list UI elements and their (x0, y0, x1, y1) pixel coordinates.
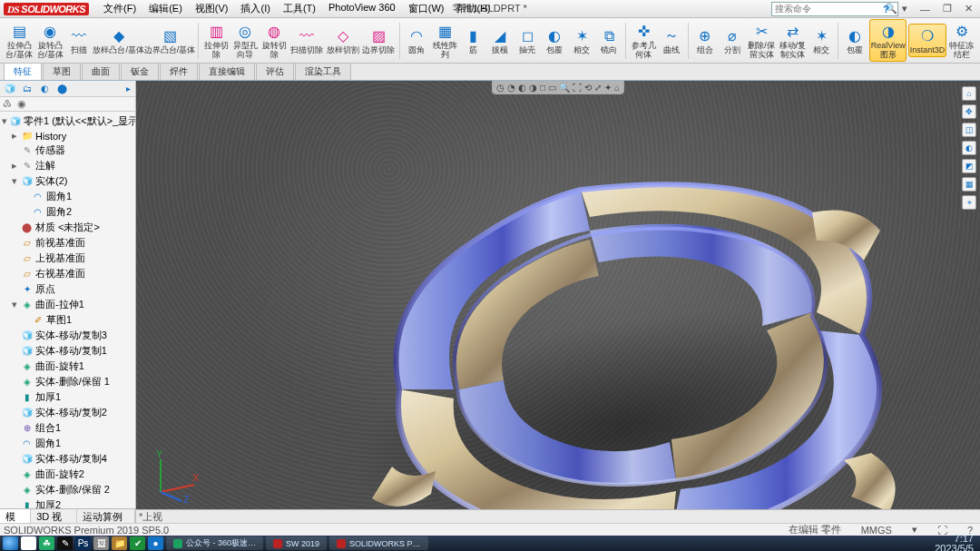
taskbar-pinned-icon[interactable]: ☘ (39, 536, 54, 550)
tree-node[interactable]: ▱前视基准面 (0, 235, 135, 251)
task-pane-tab[interactable]: ◫ (962, 123, 976, 137)
heads-up-tool[interactable]: □ (540, 83, 545, 93)
task-pane-tab[interactable]: ▦ (962, 177, 976, 192)
status-item[interactable]: 在编辑 零件 (785, 523, 845, 536)
view-heads-up-toolbar[interactable]: ◷◔◐◑□▭🔍⛶⟲⤢✦⌂ (492, 81, 624, 94)
ribbon-inter[interactable]: ✶相交 (808, 25, 834, 57)
tree-tab-prop[interactable]: ⬤ (54, 83, 69, 95)
tree-node[interactable]: 🧊实体-移动/复制4 (0, 451, 135, 467)
tree-node[interactable]: ▱右视基准面 (0, 266, 135, 281)
tree-node[interactable]: ✎传感器 (0, 143, 135, 158)
ribbon-tab[interactable]: 曲面 (82, 63, 120, 80)
tree-node[interactable]: 🧊实体-移动/复制3 (0, 328, 135, 343)
ribbon-extrude[interactable]: ▤拉伸凸台/基体 (5, 20, 34, 62)
task-pane-tab[interactable]: ⌖ (962, 195, 976, 210)
tree-filter-icon[interactable]: ♳ (3, 98, 12, 110)
ribbon-shell[interactable]: ◻抽壳 (514, 25, 540, 57)
heads-up-tool[interactable]: ◑ (529, 83, 537, 93)
task-pane-tab[interactable]: ⌂ (962, 86, 976, 101)
tree-node[interactable]: ▱上视基准面 (0, 251, 135, 266)
tree-tab-feature[interactable]: 🧊 (3, 83, 17, 95)
heads-up-tool[interactable]: ✦ (604, 83, 612, 93)
doc-tab[interactable]: 3D 视图 (31, 509, 77, 523)
heads-up-tool[interactable]: ◐ (518, 83, 526, 93)
menu-item[interactable]: 视图(V) (190, 0, 234, 17)
ribbon-instant3d[interactable]: ❍Instant3D (908, 24, 946, 58)
ribbon-realview[interactable]: ◑RealView图形 (869, 19, 906, 63)
tree-node[interactable]: ⊕组合1 (0, 420, 135, 436)
taskbar-app[interactable]: SW 2019 (266, 536, 327, 550)
tree-node[interactable]: ▸✎注解 (0, 158, 135, 173)
status-item[interactable]: MMGS (858, 525, 896, 536)
ribbon-cut-bound[interactable]: ▨边界切除 (362, 25, 397, 57)
taskbar-pinned-icon[interactable]: 📁 (112, 536, 127, 550)
tree-tab-arrow[interactable]: ▸ (121, 83, 135, 95)
doc-tab[interactable]: 模型 (0, 509, 31, 523)
ribbon-tab[interactable]: 钣金 (121, 63, 159, 80)
ribbon-pattern[interactable]: ▦线性阵列 (431, 20, 458, 62)
tree-node[interactable]: ◠圆角2 (0, 204, 135, 220)
taskbar-pinned-icon[interactable]: ✎ (57, 536, 73, 550)
tree-node[interactable]: ▸📁History (0, 129, 135, 143)
command-search-input[interactable] (772, 4, 885, 14)
ribbon-combine[interactable]: ⊕组合 (692, 25, 718, 57)
tree-node[interactable]: ✦原点 (0, 281, 135, 297)
ribbon-intersect[interactable]: ✶相交 (569, 25, 594, 57)
task-pane-tab[interactable]: ◩ (962, 159, 976, 173)
minimize-button[interactable]: — (916, 4, 934, 15)
orientation-triad[interactable]: Y X Z (147, 448, 201, 503)
menu-item[interactable]: 工具(T) (278, 0, 321, 17)
tree-node[interactable]: ✐草图1 (0, 312, 135, 328)
options-dropdown[interactable]: ▾ (898, 3, 911, 15)
taskbar-pinned-icon[interactable]: ✔ (130, 536, 145, 550)
heads-up-tool[interactable]: ⛶ (573, 83, 582, 93)
ribbon-sweep[interactable]: 〰扫描 (66, 25, 92, 57)
tree-panel-tabs[interactable]: 🧊 🗂 ◐ ⬤ ▸ (0, 81, 135, 97)
tree-node[interactable]: ◈曲面-旋转1 (0, 359, 135, 374)
ribbon-wrap[interactable]: ◐包覆 (542, 25, 567, 57)
tree-node[interactable]: ◈实体-删除/保留 2 (0, 482, 135, 497)
ribbon-cut-rev[interactable]: ◍旋转切除 (260, 20, 288, 62)
document-tabs[interactable]: 模型3D 视图运动算例 1 (0, 508, 135, 523)
ribbon-split[interactable]: ⌀分割 (720, 25, 745, 57)
tree-control-bar[interactable]: ♳ ◉ (0, 97, 135, 112)
taskbar-pinned-icon[interactable]: ● (148, 536, 163, 550)
tree-node[interactable]: ▾🧊实体(2) (0, 173, 135, 189)
ribbon-cut-sweep[interactable]: 〰扫描切除 (289, 25, 324, 57)
status-item[interactable]: ▾ (908, 524, 921, 536)
heads-up-tool[interactable]: 🔍 (559, 83, 570, 93)
windows-taskbar[interactable]: ◐☘✎Ps🖼📁✔●公众号 - 360极速…SW 2019SOLIDWORKS P… (0, 536, 980, 551)
taskbar-pinned-icon[interactable]: Ps (75, 536, 91, 550)
feature-tree[interactable]: ▾🧊 零件1 (默认<<默认>_显示状态 1>) ▸📁History✎传感器▸✎… (0, 112, 135, 508)
taskbar-pinned-icon[interactable] (3, 536, 18, 550)
ribbon-tab[interactable]: 评估 (256, 63, 294, 80)
heads-up-tool[interactable]: ⤢ (594, 83, 602, 93)
task-pane-tab[interactable]: ✥ (962, 104, 976, 119)
tree-root[interactable]: ▾🧊 零件1 (默认<<默认>_显示状态 1>) (0, 113, 135, 129)
ribbon-movecopy[interactable]: ⇄移动/复制实体 (778, 20, 807, 62)
taskbar-pinned-icon[interactable]: 🖼 (93, 536, 109, 550)
tree-node[interactable]: 🧊实体-移动/复制1 (0, 343, 135, 359)
ribbon-refgeom[interactable]: ✜参考几何体 (630, 20, 657, 62)
help-icon[interactable]: ? (879, 4, 893, 15)
graphics-viewport[interactable]: ◷◔◐◑□▭🔍⛶⟲⤢✦⌂ ⌂✥◫◐◩▦⌖ (136, 81, 980, 523)
ribbon-tab[interactable]: 焊件 (160, 63, 198, 80)
ribbon-tab[interactable]: 渲染工具 (295, 63, 351, 80)
ribbon-fillet[interactable]: ◠圆角 (404, 25, 429, 57)
taskbar-app[interactable]: 公众号 - 360极速… (166, 536, 263, 550)
ribbon-tab[interactable]: 直接编辑 (199, 63, 255, 80)
doc-tab[interactable]: 运动算例 1 (77, 509, 135, 523)
tree-eye-icon[interactable]: ◉ (17, 98, 26, 110)
tree-node[interactable]: ⬤材质 <未指定> (0, 220, 135, 235)
ribbon-draft[interactable]: ◢拔模 (487, 25, 513, 57)
ribbon-mirror[interactable]: ⧉镜向 (596, 25, 622, 57)
tree-node[interactable]: ◈实体-删除/保留 1 (0, 374, 135, 389)
tree-node[interactable]: ◠圆角1 (0, 436, 135, 451)
taskbar-app[interactable]: SOLIDWORKS P… (329, 536, 428, 550)
maximize-button[interactable]: ❐ (939, 3, 956, 15)
tree-tab-config[interactable]: 🗂 (20, 83, 34, 95)
task-pane-tab[interactable]: ◐ (962, 141, 976, 155)
ribbon-boundary[interactable]: ▧边界凸台/基体 (145, 25, 194, 57)
menu-item[interactable]: 编辑(E) (143, 0, 188, 17)
tree-node[interactable]: 🧊实体-移动/复制2 (0, 405, 135, 420)
